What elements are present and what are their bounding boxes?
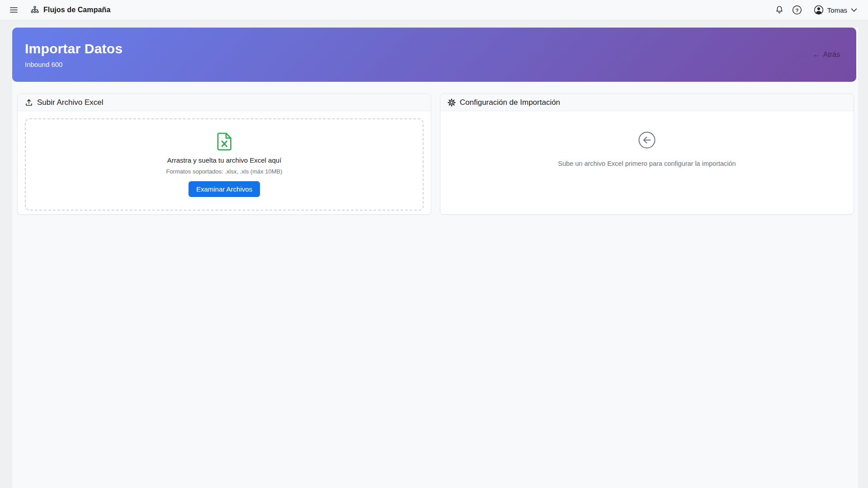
cards-row: Subir Archivo Excel Arrastra y suelta tu… [17, 94, 854, 215]
page-subtitle: Inbound 600 [25, 61, 123, 68]
excel-file-icon [217, 132, 232, 151]
dropzone-hint: Formatos soportados: .xlsx, .xls (máx 10… [166, 168, 282, 175]
back-button[interactable]: ← Atrás [812, 48, 841, 61]
excel-dropzone[interactable]: Arrastra y suelta tu archivo Excel aquí … [25, 118, 424, 211]
campaign-flows-icon [30, 6, 39, 14]
topbar: Flujos de Campaña ? Tomas [0, 0, 868, 20]
main-content: Importar Datos Inbound 600 ← Atrás Subir… [12, 28, 858, 488]
upload-icon [25, 99, 33, 107]
help-button[interactable]: ? [790, 3, 804, 17]
import-config-card: Configuración de Importación Sube un arc… [440, 94, 854, 215]
app-title: Flujos de Campaña [43, 6, 110, 14]
arrow-left-circle-icon [638, 131, 656, 149]
user-name: Tomas [827, 6, 847, 14]
hamburger-icon [10, 7, 18, 13]
back-button-label: Atrás [823, 51, 840, 59]
arrow-left-icon: ← [813, 51, 820, 59]
page: { "topbar": { "title": "Flujos de Campañ… [0, 0, 868, 488]
upload-card-body: Arrastra y suelta tu archivo Excel aquí … [18, 111, 431, 215]
config-card-header: Configuración de Importación [440, 94, 854, 111]
chevron-down-icon [851, 8, 857, 12]
browse-files-button[interactable]: Examinar Archivos [189, 181, 260, 197]
gear-icon [448, 99, 456, 107]
user-avatar-icon [814, 5, 824, 15]
bell-icon [775, 5, 784, 14]
upload-card: Subir Archivo Excel Arrastra y suelta tu… [17, 94, 431, 215]
help-icon: ? [792, 5, 802, 15]
app-home-link[interactable]: Flujos de Campaña [30, 6, 110, 14]
upload-card-header: Subir Archivo Excel [18, 94, 431, 111]
config-empty-message: Sube un archivo Excel primero para confi… [558, 160, 736, 167]
user-menu[interactable]: Tomas [814, 5, 857, 15]
hero-banner: Importar Datos Inbound 600 ← Atrás [12, 28, 856, 82]
upload-card-title: Subir Archivo Excel [37, 98, 103, 107]
svg-text:?: ? [795, 8, 798, 13]
dropzone-title: Arrastra y suelta tu archivo Excel aquí [167, 156, 282, 164]
menu-button[interactable] [8, 5, 19, 15]
topbar-actions: ? Tomas [773, 3, 857, 17]
notifications-button[interactable] [773, 4, 786, 16]
config-card-title: Configuración de Importación [460, 98, 560, 107]
hero-text: Importar Datos Inbound 600 [25, 41, 123, 68]
config-card-body: Sube un archivo Excel primero para confi… [440, 111, 854, 215]
page-title: Importar Datos [25, 41, 123, 56]
